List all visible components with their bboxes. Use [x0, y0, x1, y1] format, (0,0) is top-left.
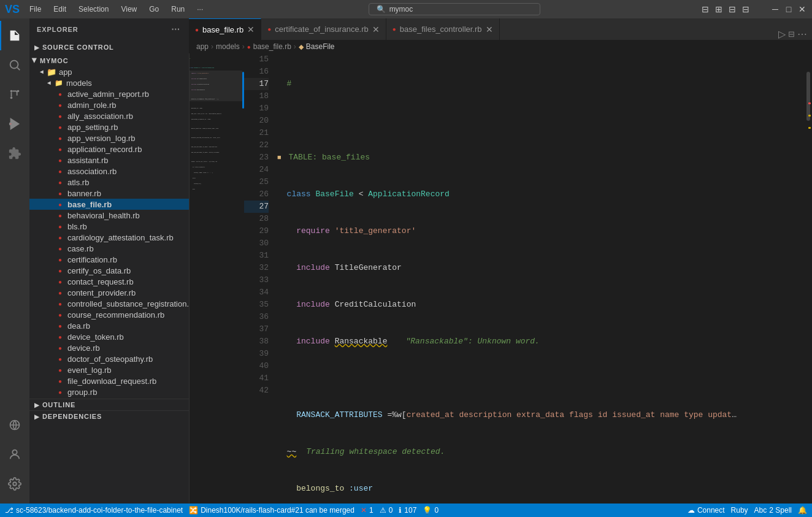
dependencies-header[interactable]: ▶ DEPENDENCIES [29, 411, 189, 422]
file-certification[interactable]: ● certification.rb [29, 254, 189, 265]
account-activity-icon[interactable] [0, 440, 29, 469]
scrollbar-thumb[interactable] [806, 72, 810, 121]
tab-base_files_controller[interactable]: ● base_files_controller.rb ✕ [386, 18, 500, 40]
file-ally_association[interactable]: ● ally_association.rb [29, 110, 189, 121]
menu-view[interactable]: View [116, 4, 142, 15]
command-palette[interactable]: 🔍 mymoc [369, 3, 540, 15]
search-text: mymoc [389, 5, 413, 13]
ruby-icon: ● [55, 188, 65, 198]
file-application_record[interactable]: ● application_record.rb [29, 144, 189, 155]
code-line-16 [277, 115, 802, 127]
remote-item[interactable]: ☁ Connect [688, 506, 725, 515]
file-controlled_substance[interactable]: ● controlled_substance_registration.rb [29, 298, 189, 309]
source-control-label: SOURCE CONTROL [42, 44, 114, 51]
new-file-btn[interactable]: ⋯ [170, 23, 182, 36]
tab-close-btn[interactable]: ✕ [372, 25, 380, 34]
outline-header[interactable]: ▶ OUTLINE [29, 399, 189, 410]
models-folder[interactable]: ▼ 📁 models [29, 77, 189, 88]
file-dea[interactable]: ● dea.rb [29, 320, 189, 331]
tab-close-btn[interactable]: ✕ [247, 25, 255, 34]
app-chevron: ▼ [39, 69, 45, 75]
file-content_provider[interactable]: ● content_provider.rb [29, 287, 189, 298]
info-item[interactable]: ℹ 107 [399, 506, 416, 515]
git-branch-item[interactable]: ⎇ sc-58623/backend-add-coi-folder-to-the… [5, 506, 183, 515]
run-code-btn[interactable]: ▷ [778, 28, 786, 40]
search-activity-icon[interactable] [0, 50, 29, 80]
file-label: assistant.rb [67, 156, 108, 165]
spell-item[interactable]: Abc 2 Spell [754, 506, 792, 515]
pr-item[interactable]: 🔀 Dinesh100K/rails-flash-card#21 can be … [189, 506, 354, 515]
app-folder[interactable]: ▼ 📁 app [29, 66, 189, 77]
file-association[interactable]: ● association.rb [29, 166, 189, 177]
menu-file[interactable]: File [25, 4, 46, 15]
maximize-btn[interactable]: □ [784, 4, 794, 14]
source-control-header[interactable]: ▶ SOURCE CONTROL [29, 42, 189, 53]
hints-item[interactable]: 💡 0 [423, 506, 439, 515]
file-doctor_of_osteopathy[interactable]: ● doctor_of_osteopathy.rb [29, 353, 189, 364]
menu-more[interactable]: ··· [192, 4, 208, 15]
code-content[interactable]: # ■ TABLE: base_files class BaseFile < A… [275, 53, 805, 504]
menu-go[interactable]: Go [144, 4, 164, 15]
file-admin_role[interactable]: ● admin_role.rb [29, 99, 189, 110]
file-device_token[interactable]: ● device_token.rb [29, 331, 189, 342]
file-contact_request[interactable]: ● contact_request.rb [29, 276, 189, 287]
file-banner[interactable]: ● banner.rb [29, 188, 189, 199]
language-item[interactable]: Ruby [731, 506, 748, 515]
app-folder-label: app [59, 67, 72, 77]
notifications-item[interactable]: 🔔 [798, 506, 807, 515]
minimize-btn[interactable]: ─ [770, 4, 780, 14]
menu-selection[interactable]: Selection [74, 4, 113, 15]
file-label: atls.rb [67, 178, 89, 187]
status-right: ☁ Connect Ruby Abc 2 Spell 🔔 [688, 506, 807, 515]
menu-run[interactable]: Run [166, 4, 190, 15]
extensions-activity-icon[interactable] [0, 139, 29, 168]
file-assistant[interactable]: ● assistant.rb [29, 155, 189, 166]
file-course_recommendation[interactable]: ● course_recommendation.rb [29, 309, 189, 320]
remote-activity-icon[interactable] [0, 410, 29, 440]
breadcrumb-file[interactable]: base_file.rb [253, 42, 291, 51]
ruby-icon: ● [55, 111, 65, 121]
breadcrumb-app[interactable]: app [196, 42, 209, 51]
file-file_download_request[interactable]: ● file_download_request.rb [29, 375, 189, 386]
editor-layout-btn[interactable]: ⊞ [714, 4, 724, 14]
breadcrumb-class[interactable]: BaseFile [306, 42, 335, 51]
file-label: certify_os_data.rb [67, 266, 131, 275]
file-label: doctor_of_osteopathy.rb [67, 354, 153, 364]
close-btn[interactable]: ✕ [797, 4, 807, 14]
code-line-18: class BaseFile < ApplicationRecord [277, 188, 802, 201]
settings-activity-icon[interactable] [0, 469, 29, 499]
tab-base_file[interactable]: ● base_file.rb ✕ [189, 18, 261, 40]
file-cardiology_attestation_task[interactable]: ● cardiology_attestation_task.rb [29, 232, 189, 243]
file-device[interactable]: ● device.rb [29, 342, 189, 353]
customize-layout-btn[interactable]: ⊟ [741, 4, 751, 14]
warnings-item[interactable]: ⚠ 0 [380, 506, 393, 515]
file-app_version_log[interactable]: ● app_version_log.rb [29, 132, 189, 144]
file-active_admin_report[interactable]: ● active_admin_report.rb [29, 88, 189, 99]
code-minimap[interactable]: # class BaseFile < ApplicationRecord req… [189, 53, 244, 504]
file-bls[interactable]: ● bls.rb [29, 221, 189, 232]
split-editor-btn[interactable]: ⊟ [727, 4, 737, 14]
source-control-activity-icon[interactable] [0, 80, 29, 109]
tab-certificate_of_insurance[interactable]: ● certificate_of_insurance.rb ✕ [261, 18, 386, 40]
ruby-icon: ● [55, 288, 65, 297]
menu-edit[interactable]: Edit [48, 4, 71, 15]
file-event_log[interactable]: ● event_log.rb [29, 364, 189, 375]
file-group[interactable]: ● group.rb [29, 386, 189, 397]
file-case[interactable]: ● case.rb [29, 243, 189, 254]
explorer-activity-icon[interactable] [0, 21, 29, 50]
mymoc-header[interactable]: ▶ MYMOC [29, 55, 189, 66]
file-atls[interactable]: ● atls.rb [29, 177, 189, 188]
errors-item[interactable]: ✕ 1 [361, 506, 373, 515]
more-actions-btn[interactable]: ⋯ [797, 28, 807, 40]
breadcrumb-models[interactable]: models [216, 42, 240, 51]
file-certify_os_data[interactable]: ● certify_os_data.rb [29, 265, 189, 276]
editor-scrollbar[interactable] [805, 53, 812, 504]
code-line-25: ~~Trailing whitespace detected. [277, 446, 802, 458]
split-editor-btn[interactable]: ⊟ [788, 29, 795, 39]
run-debug-activity-icon[interactable] [0, 109, 29, 139]
file-app_setting[interactable]: ● app_setting.rb [29, 121, 189, 132]
sidebar-toggle-btn[interactable]: ⊟ [700, 4, 710, 14]
file-behavioral_health[interactable]: ● behavioral_health.rb [29, 210, 189, 221]
file-base_file[interactable]: ● base_file.rb [29, 199, 189, 210]
tab-close-btn[interactable]: ✕ [486, 25, 493, 34]
